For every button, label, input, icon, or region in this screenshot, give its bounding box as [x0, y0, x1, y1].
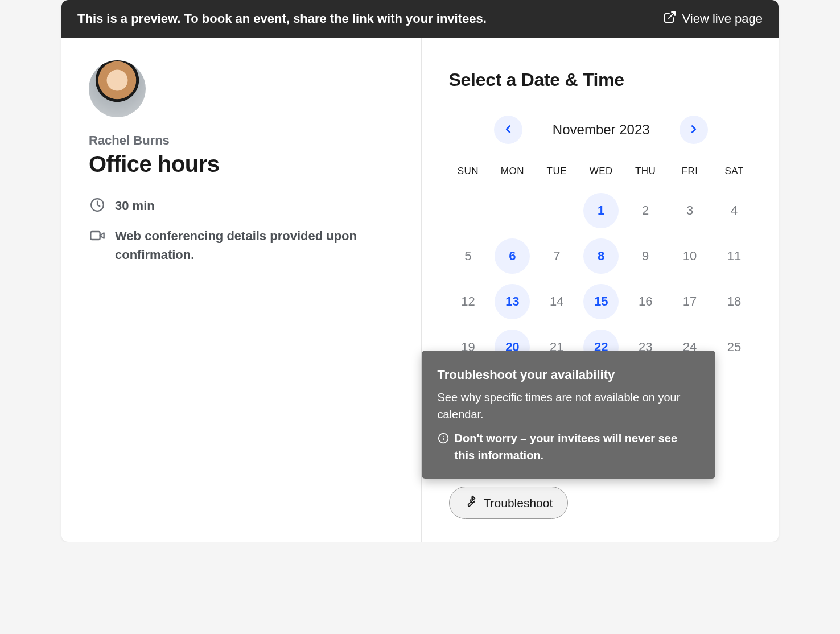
calendar-cell: 14: [537, 284, 576, 319]
preview-banner: This is a preview. To book an event, sha…: [61, 0, 779, 38]
info-icon: [438, 431, 449, 448]
duration-text: 30 min: [115, 196, 155, 215]
calendar-day-unavailable: 10: [672, 238, 707, 274]
calendar-day-unavailable: 17: [672, 284, 707, 319]
calendar-cell: 12: [449, 284, 488, 319]
prev-month-button[interactable]: [494, 116, 522, 144]
calendar-cell: [449, 193, 488, 228]
select-date-title: Select a Date & Time: [449, 69, 754, 90]
duration-row: 30 min: [89, 196, 394, 215]
calendar-cell: 13: [493, 284, 532, 319]
dow-header: THU: [626, 162, 665, 183]
calendar-cell: 17: [670, 284, 709, 319]
location-row: Web conferencing details provided upon c…: [89, 227, 394, 264]
booking-preview-card: This is a preview. To book an event, sha…: [61, 0, 779, 542]
calendar-cell: 18: [715, 284, 753, 319]
calendar-day-unavailable: 18: [717, 284, 752, 319]
calendar-day-unavailable: 16: [628, 284, 663, 319]
host-avatar: [89, 60, 146, 117]
tooltip-note: Don't worry – your invitees will never s…: [455, 430, 699, 464]
calendar-day-unavailable: 3: [672, 193, 707, 228]
calendar-cell: 4: [715, 193, 753, 228]
video-icon: [89, 227, 106, 244]
calendar-day-unavailable: 14: [539, 284, 574, 319]
calendar-cell: 1: [582, 193, 620, 228]
troubleshoot-button[interactable]: Troubleshoot: [449, 487, 569, 519]
calendar-day-unavailable: 9: [628, 238, 663, 274]
location-text: Web conferencing details provided upon c…: [115, 227, 377, 264]
calendar-cell: 8: [582, 238, 620, 274]
next-month-button[interactable]: [680, 116, 708, 144]
calendar-cell: [537, 193, 576, 228]
calendar-day-available[interactable]: 1: [583, 193, 619, 228]
calendar-day-available[interactable]: 8: [583, 238, 619, 274]
calendar-day-unavailable: 12: [450, 284, 485, 319]
tooltip-subtitle: See why specific times are not available…: [438, 389, 699, 423]
calendar-cell: 11: [715, 238, 753, 274]
calendar-day-unavailable: 11: [717, 238, 752, 274]
calendar-cell: 10: [670, 238, 709, 274]
calendar-day-unavailable: 5: [450, 238, 485, 274]
dow-header: TUE: [537, 162, 576, 183]
svg-rect-2: [90, 232, 100, 240]
calendar-cell: 15: [582, 284, 620, 319]
calendar-cell: 2: [626, 193, 665, 228]
calendar-cell: 7: [537, 238, 576, 274]
event-details-panel: Rachel Burns Office hours 30 min Web con…: [61, 38, 422, 542]
troubleshoot-tooltip: Troubleshoot your availability See why s…: [422, 351, 715, 479]
view-live-page-link[interactable]: View live page: [663, 10, 763, 27]
calendar-day-available[interactable]: 13: [495, 284, 530, 319]
view-live-page-label: View live page: [682, 11, 763, 26]
calendar-day-available[interactable]: 6: [495, 238, 530, 274]
calendar-cell: 6: [493, 238, 532, 274]
dow-header: WED: [582, 162, 620, 183]
troubleshoot-label: Troubleshoot: [484, 496, 553, 510]
preview-banner-text: This is a preview. To book an event, sha…: [77, 11, 487, 26]
calendar-cell: [493, 193, 532, 228]
calendar-day-unavailable: 2: [628, 193, 663, 228]
svg-line-0: [669, 12, 675, 18]
dow-header: FRI: [670, 162, 709, 183]
chevron-right-icon: [687, 123, 700, 137]
calendar-day-unavailable: 7: [539, 238, 574, 274]
calendar-cell: 5: [449, 238, 488, 274]
dow-header: SAT: [715, 162, 753, 183]
calendar-cell: 9: [626, 238, 665, 274]
tooltip-title: Troubleshoot your availability: [438, 365, 699, 384]
calendar-panel: Select a Date & Time November 2023 SUNMO…: [422, 38, 779, 542]
calendar-cell: 3: [670, 193, 709, 228]
event-title: Office hours: [89, 151, 394, 177]
dow-header: MON: [493, 162, 532, 183]
calendar-cell: 25: [715, 330, 753, 365]
calendar-day-available[interactable]: 15: [583, 284, 619, 319]
month-label: November 2023: [538, 122, 664, 138]
calendar-grid: SUNMONTUEWEDTHUFRISAT1234567891011121314…: [449, 162, 754, 365]
external-link-icon: [663, 10, 677, 27]
calendar-day-unavailable: 25: [717, 330, 752, 365]
chevron-left-icon: [502, 123, 514, 137]
calendar-day-unavailable: 4: [717, 193, 752, 228]
clock-icon: [89, 196, 106, 212]
host-name: Rachel Burns: [89, 133, 394, 148]
dow-header: SUN: [449, 162, 488, 183]
wrench-icon: [464, 495, 477, 511]
calendar-cell: 16: [626, 284, 665, 319]
calendar-nav: November 2023: [449, 116, 754, 144]
